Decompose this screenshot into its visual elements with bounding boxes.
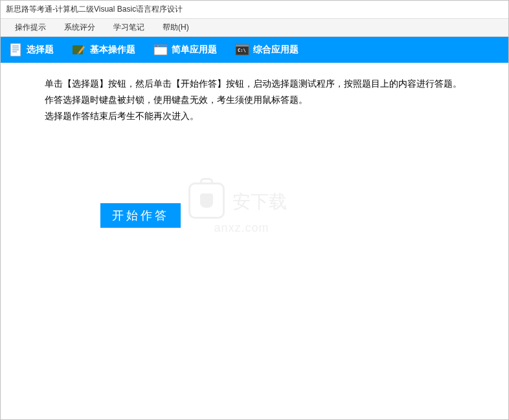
toolbar-label: 综合应用题 <box>253 44 299 56</box>
toolbar-label: 简单应用题 <box>172 44 217 56</box>
document-icon <box>8 43 23 57</box>
instruction-line-2: 作答选择题时键盘被封锁，使用键盘无效，考生须使用鼠标答题。 <box>27 92 482 108</box>
title-bar: 新思路等考通-计算机二级Visual Basic语言程序设计 <box>1 1 508 19</box>
window-icon <box>153 43 168 57</box>
instruction-line-1: 单击【选择题】按钮，然后单击【开始作答】按钮，启动选择题测试程序，按照题目上的内… <box>27 76 482 92</box>
toolbar-basic-operation[interactable]: 基本操作题 <box>72 43 135 57</box>
watermark-url: anxz.com <box>214 221 269 235</box>
svg-rect-11 <box>236 45 249 47</box>
toolbar: 选择题 基本操作题 简单应用题 C:\ <box>1 37 508 63</box>
content-area: 单击【选择题】按钮，然后单击【开始作答】按钮，启动选择题测试程序，按照题目上的内… <box>1 63 508 419</box>
edit-icon <box>72 43 86 57</box>
terminal-icon: C:\ <box>235 43 249 57</box>
menu-bar: 操作提示 系统评分 学习笔记 帮助(H) <box>1 19 508 37</box>
start-answer-button[interactable]: 开始作答 <box>100 203 181 228</box>
instruction-line-3: 选择题作答结束后考生不能再次进入。 <box>27 108 482 124</box>
menu-study-notes[interactable]: 学习笔记 <box>104 19 153 36</box>
svg-point-9 <box>157 45 159 47</box>
watermark-text: 安下载 <box>232 190 287 214</box>
svg-text:C:\: C:\ <box>238 48 246 53</box>
watermark: 安下载 anxz.com <box>188 182 287 235</box>
toolbar-label: 选择题 <box>27 44 54 56</box>
menu-help[interactable]: 帮助(H) <box>153 19 198 36</box>
menu-system-score[interactable]: 系统评分 <box>55 19 104 36</box>
watermark-bag-icon <box>188 182 225 219</box>
toolbar-label: 基本操作题 <box>90 44 135 56</box>
window-title: 新思路等考通-计算机二级Visual Basic语言程序设计 <box>6 4 183 15</box>
svg-point-8 <box>155 45 157 47</box>
instruction-text: 单击【选择题】按钮，然后单击【开始作答】按钮，启动选择题测试程序，按照题目上的内… <box>27 76 482 125</box>
toolbar-simple-application[interactable]: 简单应用题 <box>153 43 217 57</box>
menu-operation-tips[interactable]: 操作提示 <box>6 19 55 36</box>
toolbar-comprehensive-application[interactable]: C:\ 综合应用题 <box>235 43 299 57</box>
toolbar-choice-question[interactable]: 选择题 <box>8 43 54 57</box>
